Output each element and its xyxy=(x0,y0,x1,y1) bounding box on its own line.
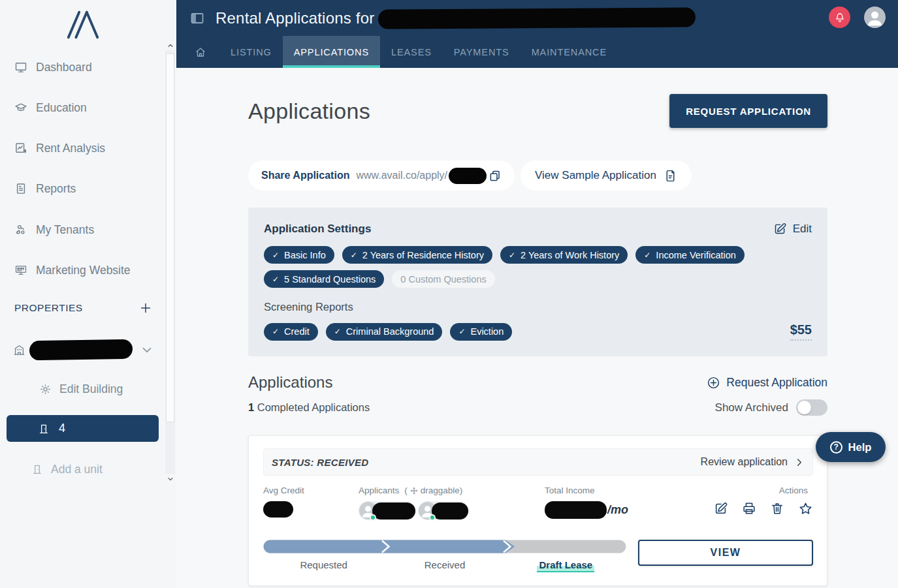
applicant-chip[interactable] xyxy=(418,501,469,520)
actions-label: Actions xyxy=(714,486,813,495)
avg-credit-column: Avg Credit xyxy=(263,486,359,520)
sidebar-item-dashboard[interactable]: Dashboard xyxy=(14,57,92,77)
sidebar-item-label: Rent Analysis xyxy=(36,142,105,155)
toggle-knob xyxy=(797,401,811,414)
view-sample-application-button[interactable]: View Sample Application xyxy=(521,161,692,191)
custom-questions-chip: 0 Custom Questions xyxy=(392,270,494,288)
bell-icon xyxy=(834,12,846,23)
edit-application-icon[interactable] xyxy=(714,501,728,516)
sidebar-item-property[interactable] xyxy=(13,338,154,362)
sidebar-item-my-tenants[interactable]: My Tenants xyxy=(14,220,94,240)
actions-column: Actions xyxy=(714,486,813,520)
status-bar: STATUS: RECEIVED Review application xyxy=(263,448,813,476)
sidebar-scrollbar[interactable] xyxy=(165,40,175,484)
chip-label: 2 Years of Residence History xyxy=(362,250,484,260)
check-icon: ✓ xyxy=(351,251,357,259)
applicants-column: Applicants ( draggable) xyxy=(359,486,545,520)
document-icon xyxy=(664,169,677,183)
sidebar-item-edit-building[interactable]: Edit Building xyxy=(39,379,123,399)
check-icon: ✓ xyxy=(509,251,515,259)
show-archived-toggle[interactable] xyxy=(796,399,827,416)
step-received: Received xyxy=(384,559,505,572)
total-income-label: Total Income xyxy=(545,486,714,495)
check-icon: ✓ xyxy=(272,275,279,283)
sidebar-item-label: Dashboard xyxy=(36,61,92,74)
tab-listing[interactable]: LISTING xyxy=(219,36,283,68)
request-application-link[interactable]: Request Application xyxy=(707,376,827,390)
sidebar-item-education[interactable]: Education xyxy=(14,98,87,117)
sidebar-toggle-icon[interactable] xyxy=(189,10,205,26)
dashboard-icon xyxy=(14,61,27,74)
scrollbar-thumb[interactable] xyxy=(166,54,174,422)
sidebar-item-unit-4[interactable]: 4 xyxy=(7,415,159,442)
screening-chip: ✓Criminal Background xyxy=(326,323,443,341)
sidebar-item-marketing-website[interactable]: Marketing Website xyxy=(14,260,131,280)
page-header-title: Rental Applications for xyxy=(216,9,374,27)
unit-label: 4 xyxy=(59,422,65,435)
building-icon xyxy=(13,344,25,356)
sidebar-item-add-unit[interactable]: Add a unit xyxy=(31,459,103,480)
chip-label: Criminal Background xyxy=(346,326,434,337)
sidebar-item-label: Reports xyxy=(36,182,76,196)
edit-label: Edit xyxy=(793,223,812,236)
screening-chip: ✓Credit xyxy=(264,323,318,341)
view-button[interactable]: VIEW xyxy=(638,540,813,566)
tab-leases[interactable]: LEASES xyxy=(380,36,443,68)
sidebar-item-label: My Tenants xyxy=(36,223,94,237)
screening-reports-title: Screening Reports xyxy=(264,301,812,313)
star-icon[interactable] xyxy=(798,501,813,516)
page-title: Applications xyxy=(248,99,370,124)
scroll-up-icon[interactable] xyxy=(165,40,175,50)
tab-payments[interactable]: PAYMENTS xyxy=(443,36,521,68)
presence-dot xyxy=(429,514,436,521)
person-icon xyxy=(864,7,886,28)
help-button[interactable]: ? Help xyxy=(816,432,886,462)
copy-icon[interactable] xyxy=(488,169,502,183)
applicants-note-open: ( xyxy=(404,486,408,495)
scroll-down-icon[interactable] xyxy=(165,474,175,484)
chip-label: Eviction xyxy=(470,326,504,337)
marketing-website-icon xyxy=(14,264,27,277)
total-income-column: Total Income /mo xyxy=(545,486,714,520)
question-icon: ? xyxy=(830,441,842,454)
income-suffix: /mo xyxy=(607,503,628,517)
door-icon xyxy=(31,463,43,475)
my-tenants-icon xyxy=(14,223,27,236)
completed-count: 1 xyxy=(248,401,254,413)
tab-applications[interactable]: APPLICATIONS xyxy=(283,36,380,68)
check-icon: ✓ xyxy=(272,251,279,259)
education-icon xyxy=(14,101,27,114)
sidebar-item-reports[interactable]: Reports xyxy=(14,179,76,198)
application-settings-title: Application Settings xyxy=(264,223,371,236)
edit-settings-link[interactable]: Edit xyxy=(773,222,812,236)
step-draft-lease: Draft Lease xyxy=(537,559,594,572)
request-application-button[interactable]: REQUEST APPLICATION xyxy=(669,94,827,128)
avg-credit-label: Avg Credit xyxy=(263,486,359,495)
show-archived-label: Show Archived xyxy=(715,401,788,414)
chip-label: Credit xyxy=(284,326,310,337)
application-progress: Requested Received Draft Lease xyxy=(263,540,626,572)
chip-label: 5 Standard Questions xyxy=(284,274,376,285)
applicant-chip[interactable] xyxy=(359,501,416,520)
reports-icon xyxy=(14,182,27,195)
user-avatar[interactable] xyxy=(864,7,886,28)
move-icon xyxy=(410,487,418,495)
gear-icon xyxy=(39,383,52,395)
add-property-icon[interactable] xyxy=(138,301,153,315)
completed-label: Completed Applications xyxy=(257,401,370,413)
redacted-address xyxy=(378,7,696,29)
edit-pencil-icon xyxy=(773,222,787,236)
redacted-avg-credit xyxy=(263,501,293,518)
setting-chip: ✓2 Years of Work History xyxy=(500,246,628,264)
check-icon: ✓ xyxy=(644,251,650,259)
tab-home[interactable] xyxy=(195,36,206,68)
sidebar-item-rent-analysis[interactable]: Rent Analysis xyxy=(14,138,105,158)
tab-maintenance[interactable]: MAINTENANCE xyxy=(521,36,618,68)
review-application-link[interactable]: Review application xyxy=(701,456,804,468)
setting-chip: ✓Basic Info xyxy=(264,246,334,264)
notifications-button[interactable] xyxy=(829,7,850,28)
avail-logo-icon xyxy=(0,8,166,40)
applicants-label: Applicants ( draggable) xyxy=(359,486,545,495)
trash-icon[interactable] xyxy=(770,501,784,516)
print-icon[interactable] xyxy=(742,501,756,516)
